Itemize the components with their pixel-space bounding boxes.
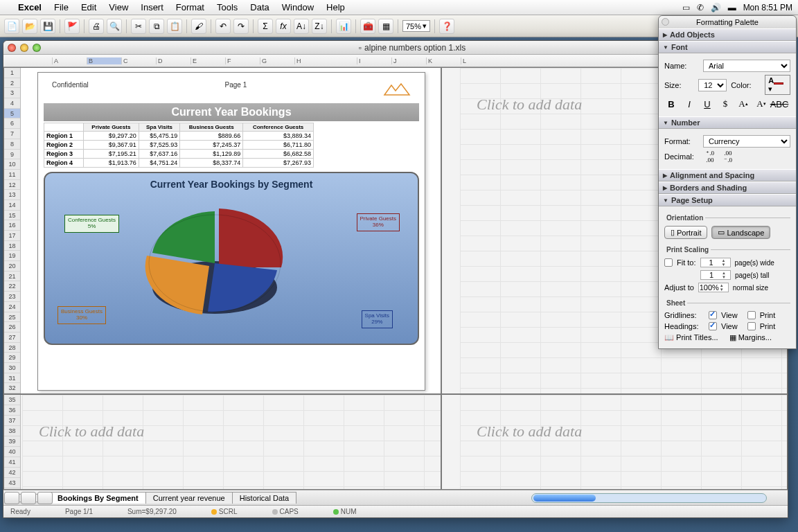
increase-decimal-button[interactable]: ⁺.0.00 xyxy=(703,150,717,163)
menu-window[interactable]: Window xyxy=(282,2,314,12)
adjust-to-spinner[interactable]: ▲▼ xyxy=(698,283,729,292)
sort-desc-button[interactable]: Z↓ xyxy=(312,19,327,34)
help-button[interactable]: ❓ xyxy=(439,19,454,34)
pane-top-left[interactable]: 1234567891011121314151617181920212223242… xyxy=(3,67,441,394)
font-color-button[interactable]: A ▾ xyxy=(765,75,790,95)
strikethrough-button[interactable]: ABC xyxy=(772,98,786,110)
open-button[interactable]: 📂 xyxy=(22,19,37,34)
menu-insert[interactable]: Insert xyxy=(141,2,163,12)
display-icon[interactable]: ▭ xyxy=(682,3,690,12)
superscript-button[interactable]: A▴ xyxy=(736,98,750,110)
currency-button[interactable]: $ xyxy=(718,98,732,110)
page-layout-view-icon[interactable] xyxy=(21,492,36,504)
tab-revenue[interactable]: Current year revenue xyxy=(145,492,233,504)
undo-button[interactable]: ↶ xyxy=(215,19,231,34)
subscript-button[interactable]: A▾ xyxy=(754,98,768,110)
pages-wide-spinner[interactable]: ▲▼ xyxy=(700,258,731,267)
new-button[interactable]: 📄 xyxy=(4,19,19,34)
pane-bottom-left[interactable]: 35363738394041424344 Click to add data xyxy=(3,394,441,490)
fit-to-checkbox[interactable] xyxy=(664,258,673,267)
decrease-decimal-button[interactable]: .00⁻.0 xyxy=(721,150,735,163)
function-button[interactable]: fx xyxy=(276,19,291,34)
row-numbers[interactable]: 1234567891011121314151617181920212223242… xyxy=(4,68,21,393)
menu-edit[interactable]: Edit xyxy=(81,2,96,12)
menu-help[interactable]: Help xyxy=(326,2,345,12)
app-name[interactable]: Excel xyxy=(18,2,42,12)
print-titles-button[interactable]: 📖 Print Titles... xyxy=(664,333,718,342)
save-button[interactable]: 💾 xyxy=(40,19,55,34)
horizontal-scrollbar[interactable] xyxy=(531,493,767,503)
palette-close-icon[interactable] xyxy=(662,18,669,26)
section-alignment[interactable]: ▶Alignment and Spacing xyxy=(659,169,796,181)
normal-view-icon[interactable] xyxy=(4,492,19,504)
cut-button[interactable]: ✂ xyxy=(131,19,146,34)
window-title: alpine numbers option 1.xls xyxy=(364,43,466,53)
menu-tools[interactable]: Tools xyxy=(217,2,238,12)
section-borders[interactable]: ▶Borders and Shading xyxy=(659,181,796,194)
pages-tall-spinner[interactable]: ▲▼ xyxy=(700,270,731,280)
headings-print-checkbox[interactable] xyxy=(747,322,756,330)
click-to-add-data[interactable]: Click to add data xyxy=(477,96,582,114)
volume-icon[interactable]: 🔊 xyxy=(711,3,721,12)
underline-button[interactable]: U xyxy=(700,98,714,110)
clock[interactable]: Mon 8:51 PM xyxy=(743,3,792,12)
section-page-setup[interactable]: ▼Page Setup xyxy=(659,194,796,206)
gridlines-print-checkbox[interactable] xyxy=(747,311,756,319)
view-mode-buttons[interactable] xyxy=(4,492,53,504)
section-add-objects[interactable]: ▶Add Objects xyxy=(659,28,796,41)
close-icon[interactable] xyxy=(8,44,16,52)
paste-button[interactable]: 📋 xyxy=(167,19,182,34)
bookings-table[interactable]: Private GuestsSpa VisitsBusiness GuestsC… xyxy=(44,123,314,168)
bold-button[interactable]: B xyxy=(664,98,678,110)
font-color-label: Color: xyxy=(731,81,761,89)
click-to-add-data[interactable]: Click to add data xyxy=(39,423,144,441)
mac-menubar: Excel File Edit View Insert Format Tools… xyxy=(0,0,798,15)
palette-title[interactable]: Formatting Palette xyxy=(659,16,796,28)
font-name-select[interactable]: Arial xyxy=(703,60,790,72)
menu-view[interactable]: View xyxy=(109,2,128,12)
font-name-label: Name: xyxy=(664,62,699,70)
menu-format[interactable]: Format xyxy=(176,2,204,12)
menu-data[interactable]: Data xyxy=(250,2,269,12)
drawing-button[interactable]: ▦ xyxy=(378,19,393,34)
sheet-tab-bar: ⏮ ◀ ▶ ⏭ Bookings By Segment Current year… xyxy=(3,490,788,505)
click-to-add-data[interactable]: Click to add data xyxy=(477,423,582,441)
chart-label-conference: Conference Guests 5% xyxy=(64,215,119,233)
print-button[interactable]: 🖨 xyxy=(89,19,104,34)
margins-button[interactable]: ▦ Margins... xyxy=(729,333,772,342)
number-format-label: Format: xyxy=(664,137,699,145)
page-break-view-icon[interactable] xyxy=(37,492,53,504)
font-size-select[interactable]: 12 xyxy=(698,79,727,91)
italic-button[interactable]: I xyxy=(682,98,696,110)
zoom-icon[interactable] xyxy=(33,44,41,52)
battery-icon[interactable]: ▬ xyxy=(728,3,736,12)
section-font[interactable]: ▼Font xyxy=(659,41,796,53)
phone-icon[interactable]: ✆ xyxy=(697,3,704,12)
chart-button[interactable]: 📊 xyxy=(336,19,351,34)
zoom-selector[interactable]: 75% ▾ xyxy=(402,20,430,32)
headings-view-checkbox[interactable] xyxy=(709,322,717,330)
tab-historical[interactable]: Historical Data xyxy=(232,492,297,504)
copy-button[interactable]: ⧉ xyxy=(149,19,164,34)
autosum-button[interactable]: Σ xyxy=(258,19,273,34)
sort-asc-button[interactable]: A↓ xyxy=(294,19,309,34)
formatting-palette[interactable]: Formatting Palette ▶Add Objects ▼Font Na… xyxy=(658,15,797,349)
redo-button[interactable]: ↷ xyxy=(233,19,249,34)
gridlines-view-checkbox[interactable] xyxy=(709,311,717,319)
pie-chart[interactable]: Current Year Bookings by Segment Confere… xyxy=(44,172,419,345)
preview-button[interactable]: 🔍 xyxy=(107,19,122,34)
sheet-label: Sheet xyxy=(664,299,687,307)
toolbox-button[interactable]: 🧰 xyxy=(360,19,375,34)
tab-bookings[interactable]: Bookings By Segment xyxy=(50,492,146,504)
portrait-button[interactable]: ▯ Portrait xyxy=(664,226,707,239)
format-painter-button[interactable]: 🖌 xyxy=(191,19,206,34)
menu-file[interactable]: File xyxy=(54,2,69,12)
section-number[interactable]: ▼Number xyxy=(659,116,796,129)
minimize-icon[interactable] xyxy=(20,44,28,52)
pane-bottom-right[interactable]: Click to add data xyxy=(441,394,788,490)
number-format-select[interactable]: Currency xyxy=(703,135,790,148)
flag-button[interactable]: 🚩 xyxy=(64,19,80,34)
pie-graphic xyxy=(139,204,291,329)
landscape-button[interactable]: ▭ Landscape xyxy=(711,226,770,239)
status-num: NUM xyxy=(341,508,357,515)
